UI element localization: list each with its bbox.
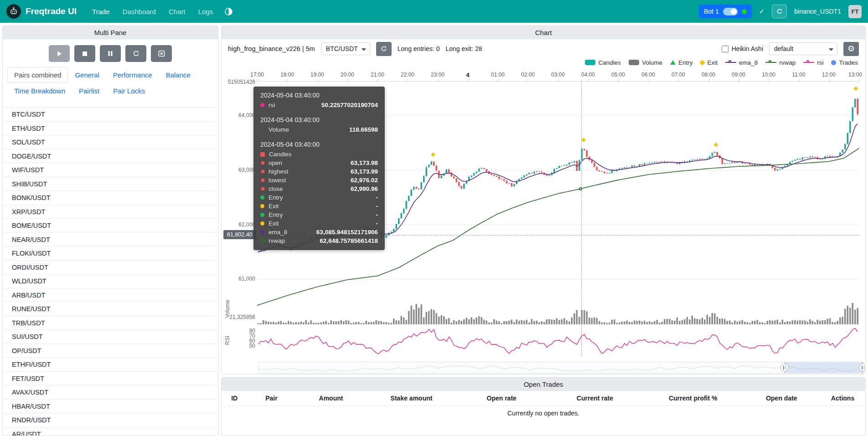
pair-list-item[interactable]: BOME/USDT xyxy=(3,219,218,233)
pair-list-item[interactable]: FET/USDT xyxy=(3,372,218,386)
tab-performance[interactable]: Performance xyxy=(106,67,159,83)
pair-list-item[interactable]: TRB/USDT xyxy=(3,316,218,330)
tooltip-value: - xyxy=(376,211,378,218)
rvwap-line-icon xyxy=(765,60,776,65)
legend-item-ema_8[interactable]: ema_8 xyxy=(725,59,758,66)
tooltip-label: lowest xyxy=(269,177,286,184)
pair-list-item[interactable]: SHIB/USDT xyxy=(3,177,218,191)
refresh-chart-button[interactable] xyxy=(376,42,392,56)
user-avatar[interactable]: FT xyxy=(848,5,862,18)
trades-column-amount: Amount xyxy=(295,395,366,402)
pair-list-item[interactable]: OP/USDT xyxy=(3,344,218,358)
pair-list-item[interactable]: DOGE/USDT xyxy=(3,149,218,164)
pair-select[interactable]: BTC/USDT xyxy=(321,42,370,55)
pair-list-item[interactable]: AVAX/USDT xyxy=(3,385,218,400)
bot-toggle-switch[interactable] xyxy=(723,8,738,15)
tooltip-row: Exit- xyxy=(260,219,378,228)
tooltip-value: 63,085.948152171906 xyxy=(316,229,378,236)
legend-item-rsi[interactable]: rsi xyxy=(803,59,823,66)
legend-item-volume[interactable]: Volume xyxy=(629,59,662,66)
tooltip-value: 62,648.75785661418 xyxy=(320,237,378,244)
heikin-ashi-checkbox[interactable] xyxy=(722,46,728,52)
chart-panel-title: Chart xyxy=(222,26,865,39)
tooltip-label: Volume xyxy=(269,126,289,133)
navbar-links: TradeDashboardChartLogs xyxy=(92,8,213,15)
reload-config-button[interactable] xyxy=(125,45,146,62)
pair-list-item[interactable]: ORDI/USDT xyxy=(3,261,218,275)
tooltip-marker-candles xyxy=(260,152,265,157)
bot-selector[interactable]: Bot 1 xyxy=(699,5,752,18)
pair-list-item[interactable]: XRP/USDT xyxy=(3,205,218,219)
pause-button[interactable] xyxy=(100,45,121,62)
open-trades-header-row: IDPairAmountStake amountOpen rateCurrent… xyxy=(222,391,865,406)
legend-item-exit[interactable]: Exit xyxy=(700,59,718,66)
legend-item-rvwap[interactable]: rvwap xyxy=(765,59,796,66)
tooltip-row: close62,990.96 xyxy=(260,185,378,193)
tooltip-datetime: 2024-05-04 03:40:00 xyxy=(260,116,378,125)
pair-list-item[interactable]: HBAR/USDT xyxy=(3,400,218,414)
legend-item-trades[interactable]: Trades xyxy=(831,59,858,66)
stop-button[interactable] xyxy=(74,45,95,62)
tab-pair-locks[interactable]: Pair Locks xyxy=(106,83,152,99)
zoom-selected-range[interactable] xyxy=(785,362,863,373)
tab-time-breakdown[interactable]: Time Breakdown xyxy=(7,83,72,99)
pair-list-item[interactable]: AR/USDT xyxy=(3,427,218,436)
legend-item-candles[interactable]: Candles xyxy=(585,59,621,66)
pair-list-item[interactable]: BTC/USDT xyxy=(3,108,218,122)
nav-link-logs[interactable]: Logs xyxy=(198,8,213,15)
tooltip-marker-entry xyxy=(260,213,264,217)
chart-toolbar: high_frog_binance_v226 | 5m BTC/USDT Lon… xyxy=(222,39,865,58)
chart-zoom-slider[interactable] xyxy=(258,362,864,374)
nav-link-dashboard[interactable]: Dashboard xyxy=(123,8,156,15)
tooltip-label: Entry xyxy=(269,194,283,201)
zoom-handle-right[interactable] xyxy=(859,364,866,372)
ema_8-line-icon xyxy=(725,60,736,65)
pair-list-item[interactable]: ETH/USDT xyxy=(3,122,218,136)
plot-settings-button[interactable]: ⚙ xyxy=(843,42,859,56)
zoom-handle-left[interactable] xyxy=(780,364,789,372)
reload-bot-button[interactable] xyxy=(772,5,787,18)
trades-circle-icon xyxy=(831,60,836,65)
heikin-ashi-label: Heikin Ashi xyxy=(732,45,763,52)
tab-pairlist[interactable]: Pairlist xyxy=(72,83,106,99)
pair-list-item[interactable]: ARB/USDT xyxy=(3,288,218,303)
pair-list-item[interactable]: SOL/USDT xyxy=(3,135,218,149)
legend-label: rsi xyxy=(817,59,823,66)
force-exit-button[interactable] xyxy=(151,45,172,62)
entry-triangle-icon xyxy=(670,60,676,65)
legend-item-entry[interactable]: Entry xyxy=(670,59,693,66)
candles-swatch-icon xyxy=(585,60,595,65)
tab-pairs-combined[interactable]: Pairs combined xyxy=(7,67,68,83)
nav-link-chart[interactable]: Chart xyxy=(169,8,186,15)
tab-general[interactable]: General xyxy=(68,67,106,83)
play-button[interactable] xyxy=(49,45,70,62)
tooltip-marker-rsi xyxy=(260,103,264,107)
tooltip-value: 63,173.99 xyxy=(351,168,378,175)
tooltip-value: 63,173.98 xyxy=(351,159,378,166)
pair-list-item[interactable]: RUNE/USDT xyxy=(3,302,218,316)
pair-list-item[interactable]: ETHFI/USDT xyxy=(3,358,218,372)
tab-balance[interactable]: Balance xyxy=(159,67,197,83)
long-entries-label: Long entries: 0 xyxy=(398,45,440,52)
plot-config-select[interactable]: default xyxy=(769,42,837,55)
long-exit-label: Long exit: 28 xyxy=(445,45,482,52)
tooltip-marker-highest xyxy=(261,170,264,173)
legend-label: Volume xyxy=(642,59,662,66)
pair-list-item[interactable]: RNDR/USDT xyxy=(3,413,218,427)
tooltip-section: 2024-05-04 03:40:00Volume118.66598 xyxy=(260,116,378,134)
tooltip-marker-lowest xyxy=(261,179,264,182)
tooltip-row: Exit- xyxy=(260,202,378,210)
theme-toggle-icon[interactable] xyxy=(225,8,232,15)
pair-list-item[interactable]: WIF/USDT xyxy=(3,163,218,177)
gear-icon: ⚙ xyxy=(847,45,855,53)
nav-link-trade[interactable]: Trade xyxy=(92,8,110,15)
pair-list-item[interactable]: FLOKI/USDT xyxy=(3,246,218,261)
chart-panel: Chart high_frog_binance_v226 | 5m BTC/US… xyxy=(221,26,866,374)
chart-body: 61,802.40 2024-05-04 03:40:00rsi50.22577… xyxy=(222,68,865,374)
pair-list-item[interactable]: WLD/USDT xyxy=(3,274,218,288)
app-title: Freqtrade UI xyxy=(26,6,77,16)
pair-list-item[interactable]: SUI/USDT xyxy=(3,330,218,344)
pair-list-item[interactable]: NEAR/USDT xyxy=(3,233,218,247)
pair-list-item[interactable]: BONK/USDT xyxy=(3,191,218,205)
tooltip-label: rsi xyxy=(269,102,275,108)
